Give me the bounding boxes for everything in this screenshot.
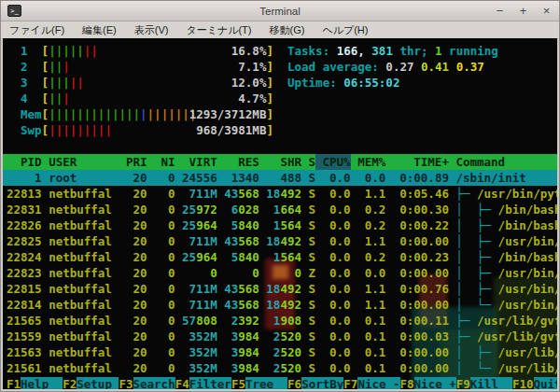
column-header-virt[interactable]: VIRT [182, 154, 217, 170]
cell-res: 43568 [224, 186, 259, 202]
tree-branch-icon: ├─ [455, 187, 477, 201]
cell-s: S [308, 313, 315, 329]
fkey-help[interactable]: F1Help [7, 376, 63, 389]
cell-virt: 24556 [182, 170, 217, 186]
cell-res: 5840 [224, 217, 259, 233]
tree-branch-icon: │ ├─ [455, 203, 497, 217]
column-header-user[interactable]: USER [49, 154, 119, 170]
fkey-filter[interactable]: F4Filter [175, 376, 231, 389]
memory-meter-value: 1293/3712MB [189, 106, 267, 122]
cell-user: netbuffal [49, 297, 119, 313]
menu-terminal[interactable]: ターミナル(T) [186, 23, 251, 37]
cell-ni: 0 [154, 329, 175, 344]
minimize-button[interactable]: − [494, 2, 506, 21]
column-header-shr[interactable]: SHR [266, 154, 301, 170]
cell-pid: 21559 [7, 329, 42, 344]
cell-res: 43568 [224, 297, 259, 313]
swap-meter: Swp[|||||||||968/3981MB] [3, 122, 557, 138]
table-header: PID USER PRI NI VIRT RES SHR S CPU% MEM%… [3, 154, 557, 170]
menu-file[interactable]: ファイル(F) [9, 23, 64, 37]
cell-pid: 21563 [7, 344, 42, 360]
menu-view[interactable]: 表示(V) [134, 23, 169, 37]
process-row-21565[interactable]: 21565 netbuffal 20 0 57808 2392 1908 S 0… [3, 313, 557, 329]
menu-edit[interactable]: 編集(E) [82, 23, 117, 37]
cell-cmd: ├─ /usr/lib/gvfs/ [455, 313, 557, 329]
process-row-21563[interactable]: 21563 netbuffal 20 0 352M 3984 2520 S 0.… [3, 344, 557, 360]
cell-pri: 20 [126, 217, 147, 233]
process-row-21559[interactable]: 21559 netbuffal 20 0 352M 3984 2520 S 0.… [3, 329, 557, 344]
uptime: Uptime: 06:55:02 [287, 75, 498, 91]
column-header-cpu[interactable]: CPU% [323, 154, 351, 170]
cell-s: S [308, 360, 315, 376]
terminal-screen[interactable]: 1[|||||||16.8%]2[|||7.1%]3[|||||12.0%]4[… [3, 38, 557, 389]
cell-res: 43568 [224, 233, 259, 249]
fkey-nice-minus[interactable]: F7Nice - [343, 376, 399, 389]
cell-pid: 21565 [7, 313, 42, 329]
fkey-setup[interactable]: F2Setup [63, 376, 119, 389]
column-header-ni[interactable]: NI [154, 154, 175, 170]
fkey-sortby[interactable]: F6SortBy [287, 376, 343, 389]
cell-pri: 20 [126, 313, 147, 329]
cell-s: S [308, 233, 315, 249]
titlebar[interactable]: >_ Terminal − + × [1, 1, 559, 21]
menu-help[interactable]: ヘルプ(H) [322, 23, 368, 37]
cell-user: netbuffal [49, 329, 119, 344]
process-row-22814[interactable]: 22814 netbuffal 20 0 711M 43568 18492 S … [3, 297, 557, 313]
fkey-kill[interactable]: F9Kill [456, 376, 512, 389]
cell-memp: 0.2 [357, 249, 385, 265]
cell-cmd: │ └─ /usr/bin/py [455, 297, 557, 313]
cell-time: 0:00.03 [393, 329, 449, 344]
process-row-22825[interactable]: 22825 netbuffal 20 0 711M 43568 18492 S … [3, 233, 557, 249]
column-header-pri[interactable]: PRI [126, 154, 147, 170]
process-row-22815[interactable]: 22815 netbuffal 20 0 711M 43568 18492 S … [3, 281, 557, 297]
tasks-summary: Tasks: 166, 381 thr; 1 running [287, 43, 498, 59]
process-row-22813[interactable]: 22813 netbuffal 20 0 711M 43568 18492 S … [3, 186, 557, 202]
column-header-res[interactable]: RES [224, 154, 259, 170]
process-row-22824[interactable]: 22824 netbuffal 20 0 25964 5840 1564 S 0… [3, 249, 557, 265]
cell-pri: 20 [126, 297, 147, 313]
cell-time: 0:00.89 [393, 170, 449, 186]
column-header-time[interactable]: TIME+ [393, 154, 449, 170]
column-header-s[interactable]: S [308, 154, 315, 170]
cell-memp: 0.2 [357, 217, 385, 233]
fkey-search[interactable]: F3Search [119, 376, 175, 389]
fkey-tree[interactable]: F5Tree [231, 376, 287, 389]
tree-branch-icon: │ ├─ [455, 234, 497, 248]
column-header-memp[interactable]: MEM% [357, 154, 385, 170]
process-row-22831[interactable]: 22831 netbuffal 20 0 25972 6028 1664 S 0… [3, 202, 557, 217]
menubar: ファイル(F)編集(E)表示(V)ターミナル(T)移動(G)ヘルプ(H) [1, 21, 559, 38]
cell-pri: 20 [126, 265, 147, 281]
cell-time: 0:00.11 [393, 313, 449, 329]
cell-memp: 1.1 [357, 281, 385, 297]
cell-res: 3984 [224, 344, 259, 360]
cpu-meter-3-value: 12.0% [231, 75, 267, 91]
cell-memp: 0.1 [357, 329, 385, 344]
process-row-21561[interactable]: 21561 netbuffal 20 0 352M 3984 2520 S 0.… [3, 360, 557, 376]
fkey-quit[interactable]: F10Quit [512, 376, 557, 389]
cell-cmd: │ ├─ /usr/lib/gv [455, 344, 557, 360]
maximize-button[interactable]: + [517, 2, 529, 21]
column-header-pid[interactable]: PID [7, 154, 42, 170]
fkey-nice-plus[interactable]: F8Nice + [400, 376, 456, 389]
cell-ni: 0 [154, 186, 175, 202]
process-row-22826[interactable]: 22826 netbuffal 20 0 25964 5840 1564 S 0… [3, 217, 557, 233]
process-row-1[interactable]: 1 root 20 0 24556 1340 488 S 0.0 0.0 0:0… [3, 170, 557, 186]
cell-cpu: 0.0 [323, 313, 351, 329]
close-button[interactable]: × [540, 2, 553, 21]
cpu-meter-4-value: 4.7% [238, 91, 266, 106]
process-row-22823[interactable]: 22823 netbuffal 20 0 0 0 0 Z 0.0 0.0 0:0… [3, 265, 557, 281]
cell-cmd: │ ├─ /bin/bash [455, 217, 557, 233]
cell-s: S [308, 186, 315, 202]
cell-pri: 20 [126, 249, 147, 265]
cell-shr: 18492 [266, 281, 301, 297]
cell-cpu: 0.0 [323, 297, 351, 313]
htop-view: 1[|||||||16.8%]2[|||7.1%]3[|||||12.0%]4[… [3, 38, 557, 389]
menu-move[interactable]: 移動(G) [270, 23, 305, 37]
cell-cpu: 0.0 [323, 186, 351, 202]
cell-memp: 0.1 [357, 360, 385, 376]
cell-memp: 0.1 [357, 313, 385, 329]
cell-virt: 25964 [182, 249, 217, 265]
column-header-cmd[interactable]: Command [455, 154, 505, 170]
cell-s: S [308, 170, 315, 186]
cell-time: 0:00.00 [393, 233, 449, 249]
